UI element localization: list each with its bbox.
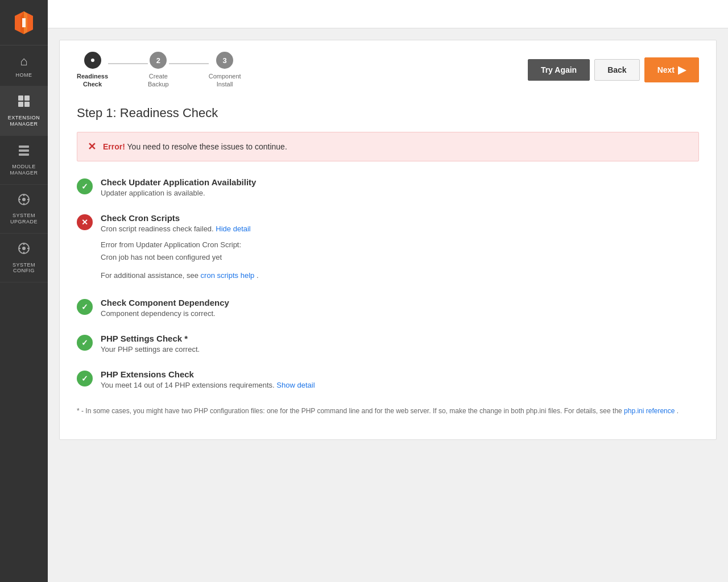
page-content: Step 1: Readiness Check ✕ Error! You nee… bbox=[77, 89, 699, 429]
svg-rect-8 bbox=[19, 146, 29, 148]
sidebar-item-home[interactable]: ⌂ HOME bbox=[0, 45, 48, 86]
cron-assist-text: For additional assistance, see bbox=[101, 271, 201, 280]
check-desc-updater: Updater application is available. bbox=[101, 189, 256, 197]
cron-assist-after: . bbox=[257, 271, 259, 280]
php-ext-text: You meet 14 out of 14 PHP extensions req… bbox=[101, 381, 275, 389]
check-item-updater: ✓ Check Updater Application Availability… bbox=[77, 177, 699, 197]
svg-rect-4 bbox=[18, 95, 23, 101]
step-connector-1 bbox=[108, 63, 148, 64]
check-item-php-extensions: ✓ PHP Extensions Check You meet 14 out o… bbox=[77, 369, 699, 389]
svg-rect-5 bbox=[24, 95, 30, 101]
check-content-php-extensions: PHP Extensions Check You meet 14 out of … bbox=[101, 369, 315, 389]
check-item-php-settings: ✓ PHP Settings Check * Your PHP settings… bbox=[77, 334, 699, 354]
error-x-icon: ✕ bbox=[88, 140, 96, 153]
show-detail-link[interactable]: Show detail bbox=[276, 381, 315, 389]
check-title-updater: Check Updater Application Availability bbox=[101, 177, 256, 187]
svg-rect-10 bbox=[19, 153, 29, 156]
check-desc-php-settings: Your PHP settings are correct. bbox=[101, 345, 200, 354]
sidebar-item-extension-label: EXTENSIONMANAGER bbox=[8, 115, 40, 127]
step-3: 3 ComponentInstall bbox=[209, 52, 241, 89]
check-title-dependency: Check Component Dependency bbox=[101, 298, 229, 307]
error-banner-text: Error! You need to resolve these issues … bbox=[103, 142, 287, 151]
svg-rect-6 bbox=[18, 102, 23, 107]
next-arrow-icon: ▶ bbox=[678, 64, 686, 76]
sidebar-item-system-config[interactable]: SYSTEMCONFIG bbox=[0, 234, 48, 282]
check-error-icon-cron: ✕ bbox=[77, 214, 93, 230]
footer-note-text: * - In some cases, you might have two PH… bbox=[77, 407, 624, 415]
stepper-buttons: Try Again Back Next ▶ bbox=[528, 57, 699, 82]
module-manager-icon bbox=[17, 144, 31, 162]
system-upgrade-icon bbox=[17, 193, 31, 211]
step-1-circle bbox=[84, 52, 101, 69]
cron-error-line2: Cron job has not been configured yet bbox=[101, 251, 259, 264]
svg-point-18 bbox=[22, 247, 26, 250]
cron-scripts-help-link[interactable]: cron scripts help bbox=[201, 271, 255, 280]
footer-after: . bbox=[677, 407, 679, 415]
step-1: ReadinessCheck bbox=[77, 52, 108, 89]
wizard-container: ReadinessCheck 2 CreateBackup bbox=[59, 40, 717, 440]
cron-assistance: For additional assistance, see cron scri… bbox=[101, 269, 259, 282]
svg-rect-9 bbox=[19, 149, 29, 152]
check-desc-dependency: Component dependency is correct. bbox=[101, 309, 229, 318]
step-2-label: CreateBackup bbox=[148, 72, 169, 89]
check-content-cron: Check Cron Scripts Cron script readiness… bbox=[101, 213, 259, 282]
check-item-dependency: ✓ Check Component Dependency Component d… bbox=[77, 298, 699, 318]
next-button[interactable]: Next ▶ bbox=[644, 57, 699, 82]
error-body-text: You need to resolve these issues to cont… bbox=[127, 142, 287, 151]
cron-fail-text: Cron script readiness check failed. bbox=[101, 225, 214, 233]
sidebar-logo bbox=[0, 0, 48, 45]
check-success-icon-php-extensions: ✓ bbox=[77, 371, 93, 386]
step-1-label: ReadinessCheck bbox=[77, 72, 108, 89]
check-item-cron: ✕ Check Cron Scripts Cron script readine… bbox=[77, 213, 699, 282]
php-ini-reference-link[interactable]: php.ini reference bbox=[624, 407, 675, 415]
check-title-cron: Check Cron Scripts bbox=[101, 213, 259, 223]
sidebar: ⌂ HOME EXTENSIONMANAGER MODULEMANAGER bbox=[0, 0, 48, 582]
sidebar-item-home-label: HOME bbox=[16, 72, 32, 78]
check-content-php-settings: PHP Settings Check * Your PHP settings a… bbox=[101, 334, 200, 354]
check-desc-cron: Cron script readiness check failed. Hide… bbox=[101, 225, 259, 233]
sidebar-item-system-upgrade[interactable]: SYSTEMUPGRADE bbox=[0, 185, 48, 234]
extension-manager-icon bbox=[17, 94, 31, 113]
step-3-label: ComponentInstall bbox=[209, 72, 241, 89]
hide-detail-link[interactable]: Hide detail bbox=[216, 225, 250, 233]
step-connector-2 bbox=[169, 63, 209, 64]
cron-error-detail: Error from Updater Application Cron Scri… bbox=[101, 239, 259, 282]
page-title: Step 1: Readiness Check bbox=[77, 106, 699, 120]
sidebar-item-module-manager[interactable]: MODULEMANAGER bbox=[0, 136, 48, 185]
content-area: ReadinessCheck 2 CreateBackup bbox=[48, 28, 728, 582]
check-success-icon-dependency: ✓ bbox=[77, 299, 93, 315]
svg-rect-3 bbox=[22, 18, 26, 27]
sidebar-item-module-label: MODULEMANAGER bbox=[10, 164, 38, 176]
sidebar-item-upgrade-label: SYSTEMUPGRADE bbox=[10, 213, 38, 225]
step-2-circle: 2 bbox=[150, 52, 167, 69]
error-banner: ✕ Error! You need to resolve these issue… bbox=[77, 132, 699, 161]
stepper-steps: ReadinessCheck 2 CreateBackup bbox=[77, 52, 241, 89]
check-success-icon-php-settings: ✓ bbox=[77, 335, 93, 351]
check-content-dependency: Check Component Dependency Component dep… bbox=[101, 298, 229, 318]
system-config-icon bbox=[17, 242, 31, 260]
stepper: ReadinessCheck 2 CreateBackup bbox=[77, 52, 699, 89]
step-2: 2 CreateBackup bbox=[148, 52, 169, 89]
check-content-updater: Check Updater Application Availability U… bbox=[101, 177, 256, 197]
home-icon: ⌂ bbox=[20, 53, 27, 70]
main-content: ReadinessCheck 2 CreateBackup bbox=[48, 0, 728, 582]
magento-logo-icon bbox=[11, 10, 36, 35]
check-title-php-extensions: PHP Extensions Check bbox=[101, 369, 315, 379]
try-again-button[interactable]: Try Again bbox=[528, 59, 590, 81]
check-success-icon-updater: ✓ bbox=[77, 178, 93, 194]
step-3-circle: 3 bbox=[216, 52, 233, 69]
error-bold-text: Error! bbox=[103, 142, 125, 151]
top-bar bbox=[48, 0, 728, 28]
footer-note: * - In some cases, you might have two PH… bbox=[77, 405, 699, 417]
check-title-php-settings: PHP Settings Check * bbox=[101, 334, 200, 343]
back-button[interactable]: Back bbox=[594, 59, 639, 81]
svg-point-24 bbox=[91, 59, 94, 62]
check-desc-php-extensions: You meet 14 out of 14 PHP extensions req… bbox=[101, 381, 315, 389]
cron-error-line1: Error from Updater Application Cron Scri… bbox=[101, 239, 259, 251]
sidebar-item-config-label: SYSTEMCONFIG bbox=[13, 262, 35, 275]
svg-rect-7 bbox=[24, 102, 30, 107]
svg-point-12 bbox=[22, 198, 26, 201]
sidebar-item-extension-manager[interactable]: EXTENSIONMANAGER bbox=[0, 86, 48, 135]
